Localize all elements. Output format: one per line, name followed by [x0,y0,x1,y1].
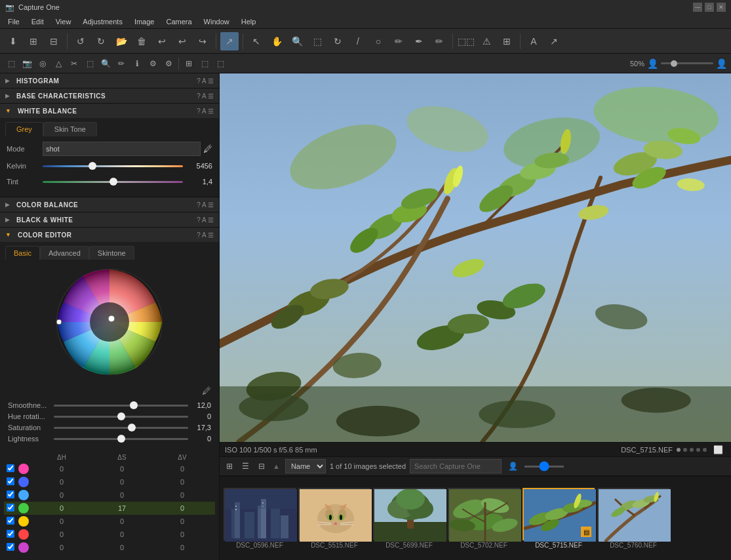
next-button[interactable]: ↪ [193,32,212,50]
wb-tab-skintone[interactable]: Skin Tone [43,122,97,136]
tool-settings1[interactable]: ⚙ [146,56,160,71]
menu-window[interactable]: Window [199,16,235,27]
ce-tab-basic[interactable]: Basic [5,246,40,260]
open-button[interactable]: 📂 [112,32,130,50]
ce-tab-skintone[interactable]: Skintone [89,246,134,260]
nav-dot-2[interactable] [683,448,687,452]
color-row-magenta[interactable]: 0 0 0 [4,541,215,554]
smoothness-slider[interactable] [54,405,188,407]
filmstrip-search[interactable] [410,459,502,473]
wb-tab-grey[interactable]: Grey [5,122,43,136]
color-check-blue[interactable] [7,477,14,485]
delete-button[interactable]: 🗑 [132,32,151,50]
view-dual[interactable]: ⬚ [213,56,227,71]
undo-button[interactable]: ↺ [71,32,90,50]
lightness-slider[interactable] [54,438,188,440]
tool-settings2[interactable]: ⚙ [161,56,176,71]
zoom-slider[interactable] [661,62,713,64]
text-button[interactable]: A [524,32,543,50]
menu-help[interactable]: Help [236,16,262,27]
eraser-tool[interactable]: ✏ [430,32,448,50]
color-row-blue[interactable]: 0 0 0 [4,475,215,489]
tool-triangle[interactable]: △ [51,56,66,71]
wb-kelvin-slider[interactable] [43,165,183,167]
rotate-tool[interactable]: ↻ [328,32,347,50]
ce-picker-icon[interactable]: 🖉 [0,384,219,397]
filmstrip-user-btn[interactable]: 👤 [505,460,521,472]
color-editor-header[interactable]: ▼ COLOR EDITOR ? A ☰ [0,228,219,242]
color-check-magenta[interactable] [7,543,14,551]
menu-adjustments[interactable]: Adjustments [77,16,128,27]
ce-tab-advanced[interactable]: Advanced [40,246,89,260]
tool-info[interactable]: ℹ [130,56,144,71]
tool-crop2[interactable]: ⬚ [83,56,97,71]
thumb-dsc0596[interactable]: DSC_0596.NEF [224,488,296,549]
brush-tool[interactable]: ✏ [389,32,408,50]
warning-button[interactable]: ⚠ [477,32,496,50]
color-check-red[interactable] [7,530,14,538]
thumb-dsc5515[interactable]: DSC_5515.NEF [298,488,370,549]
hue-rotation-slider[interactable] [54,416,188,418]
filmstrip-zoom-slider[interactable] [524,466,564,468]
menu-image[interactable]: Image [129,16,160,27]
color-row-pink[interactable]: 0 0 0 [4,462,215,475]
nav-dot-3[interactable] [690,448,694,452]
color-wheel-svg[interactable] [54,266,165,378]
histogram-header[interactable]: ▶ HISTOGRAM ? A ☰ [0,73,219,88]
fullscreen-button[interactable]: ⬜ [711,444,726,456]
menu-view[interactable]: View [50,16,77,27]
tool-edit[interactable]: ✏ [114,56,128,71]
tool-library[interactable]: ⬚ [4,56,18,71]
nav-dot-1[interactable] [677,448,681,452]
select-tool[interactable]: ↖ [247,32,266,50]
saturation-slider[interactable] [54,427,188,429]
filmstrip-sort-select[interactable]: Name Date Rating [285,459,326,473]
pen-tool[interactable]: ✒ [410,32,428,50]
arrow-button[interactable]: ↗ [545,32,563,50]
tool-lens[interactable]: ✂ [67,56,81,71]
nav-dot-5[interactable] [703,448,707,452]
black-white-header[interactable]: ▶ BLACK & WHITE ? A ☰ [0,212,219,227]
pan-tool[interactable]: ✋ [267,32,286,50]
compare-button[interactable]: ⬚⬚ [457,32,475,50]
thumb-dsc5715[interactable]: ▤ DSC_5715.NEF [523,488,595,549]
window-controls[interactable]: — □ ✕ [693,3,726,12]
close-button[interactable]: ✕ [717,3,726,12]
color-check-cyan[interactable] [7,490,14,498]
grid-overlay-button[interactable]: ⊞ [498,32,516,50]
thumb-dsc5699[interactable]: DSC_5699.NEF [373,488,445,549]
menu-edit[interactable]: Edit [26,16,49,27]
white-balance-header[interactable]: ▼ WHITE BALANCE ? A ☰ [0,104,219,118]
view-grid[interactable]: ⊞ [182,56,196,71]
image-view[interactable] [220,73,731,442]
menu-camera[interactable]: Camera [161,16,197,27]
thumb-dsc5702[interactable]: DSC_5702.NEF [448,488,520,549]
import-button[interactable]: ⬇ [4,32,22,50]
wb-mode-select[interactable]: shot auto daylight cloudy shade tungsten… [43,142,201,156]
nav-dot-4[interactable] [696,448,700,452]
redo-button[interactable]: ↻ [92,32,110,50]
wb-picker-icon[interactable]: 🖉 [203,144,212,154]
minimize-button[interactable]: — [693,3,702,12]
grid-view-button[interactable]: ⊞ [24,32,43,50]
color-row-green[interactable]: 0 17 0 [4,502,215,515]
filmstrip-list-btn[interactable]: ☰ [239,460,252,472]
color-row-yellow[interactable]: 0 0 0 [4,515,215,528]
menu-file[interactable]: File [3,16,25,27]
wb-tint-slider[interactable] [43,181,183,183]
crop-tool[interactable]: ⬚ [308,32,326,50]
color-balance-header[interactable]: ▶ COLOR BALANCE ? A ☰ [0,197,219,212]
color-check-green[interactable] [7,504,14,511]
circle-tool[interactable]: ○ [369,32,387,50]
line-tool[interactable]: / [349,32,367,50]
zoom-tool[interactable]: 🔍 [288,32,306,50]
maximize-button[interactable]: □ [705,3,714,12]
export-button[interactable]: ↗ [220,32,239,50]
tool-capture[interactable]: 📷 [20,56,34,71]
tool-magnify[interactable]: 🔍 [98,56,113,71]
back-button[interactable]: ↩ [153,32,171,50]
base-char-header[interactable]: ▶ BASE CHARACTERISTICS ? A ☰ [0,89,219,103]
filmstrip-grid-btn[interactable]: ⊞ [224,460,235,472]
single-view-button[interactable]: ⊟ [45,32,63,50]
color-row-red[interactable]: 0 0 0 [4,528,215,541]
